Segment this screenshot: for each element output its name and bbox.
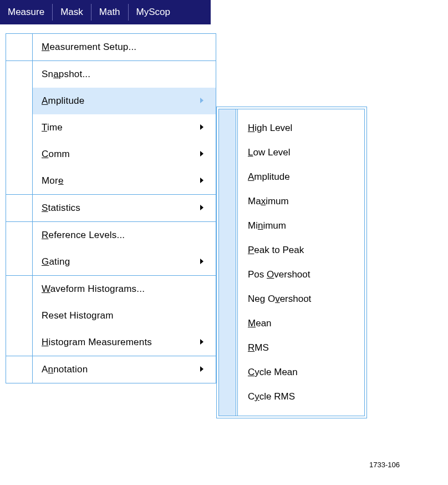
menu-indent bbox=[6, 88, 33, 114]
menu-amplitude[interactable]: Amplitude bbox=[6, 88, 216, 114]
menu-more[interactable]: More bbox=[6, 168, 216, 194]
menubar-myscope[interactable]: MyScop bbox=[129, 0, 178, 24]
menu-reference-levels-label: Reference Levels... bbox=[33, 230, 200, 241]
menu-snapshot[interactable]: Snapshot... bbox=[6, 61, 216, 88]
submenu-neg-overshoot[interactable]: Neg Overshoot bbox=[238, 287, 364, 311]
submenu-peak-to-peak[interactable]: Peak to Peak bbox=[238, 238, 364, 262]
menubar-math-label: Math bbox=[99, 7, 120, 18]
menu-gating[interactable]: Gating bbox=[6, 249, 216, 275]
menu-indent bbox=[6, 302, 33, 329]
menu-indent bbox=[6, 195, 33, 221]
menu-snapshot-label: Snapshot... bbox=[33, 69, 200, 80]
menubar: Measure Mask Math MyScop bbox=[0, 0, 211, 24]
menu-waveform-histograms-label: Waveform Histograms... bbox=[33, 284, 200, 295]
menubar-measure[interactable]: Measure bbox=[0, 0, 52, 24]
menu-gating-label: Gating bbox=[33, 256, 200, 267]
menu-measurement-setup-label: Measurement Setup... bbox=[33, 42, 200, 53]
menu-reset-histogram-label: Reset Histogram bbox=[33, 310, 200, 321]
submenu-arrow-icon bbox=[200, 150, 216, 158]
menubar-measure-label: Measure bbox=[8, 7, 44, 18]
menu-more-label: More bbox=[33, 175, 200, 186]
menu-indent bbox=[6, 222, 33, 249]
menu-comm[interactable]: Comm bbox=[6, 141, 216, 168]
measure-menu: Measurement Setup... Snapshot... Amplitu… bbox=[6, 33, 216, 383]
menu-comm-label: Comm bbox=[33, 149, 200, 160]
menu-time[interactable]: Time bbox=[6, 114, 216, 141]
submenu-maximum[interactable]: Maximum bbox=[238, 189, 364, 214]
menu-reference-levels[interactable]: Reference Levels... bbox=[6, 222, 216, 249]
menu-indent bbox=[6, 34, 33, 60]
menu-indent bbox=[6, 141, 33, 168]
submenu-rms[interactable]: RMS bbox=[238, 336, 364, 360]
submenu-minimum[interactable]: Minimum bbox=[238, 214, 364, 238]
menubar-mask-label: Mask bbox=[60, 7, 83, 18]
submenu-arrow-icon bbox=[200, 258, 216, 266]
menu-waveform-histograms[interactable]: Waveform Histograms... bbox=[6, 276, 216, 302]
submenu-pos-overshoot[interactable]: Pos Overshoot bbox=[238, 262, 364, 287]
menu-statistics-label: Statistics bbox=[33, 203, 200, 214]
submenu-arrow-icon bbox=[200, 97, 216, 105]
figure-reference: 1733-106 bbox=[369, 461, 400, 469]
menu-annotation-label: Annotation bbox=[33, 364, 200, 375]
amplitude-submenu: High Level Low Level Amplitude Maximum M… bbox=[216, 107, 367, 418]
menu-indent bbox=[6, 276, 33, 302]
submenu-high-level[interactable]: High Level bbox=[238, 116, 364, 140]
menu-measurement-setup[interactable]: Measurement Setup... bbox=[6, 34, 216, 60]
submenu-low-level[interactable]: Low Level bbox=[238, 140, 364, 165]
menubar-myscope-label: MyScop bbox=[136, 7, 170, 18]
menu-indent bbox=[6, 168, 33, 194]
menu-indent bbox=[6, 356, 33, 383]
submenu-arrow-icon bbox=[200, 366, 216, 373]
menu-reset-histogram[interactable]: Reset Histogram bbox=[6, 302, 216, 329]
menu-indent bbox=[6, 249, 33, 275]
submenu-arrow-icon bbox=[200, 339, 216, 346]
submenu-cycle-mean[interactable]: Cycle Mean bbox=[238, 360, 364, 385]
menu-histogram-measurements-label: Histogram Measurements bbox=[33, 337, 200, 348]
menu-indent bbox=[6, 61, 33, 88]
menu-annotation[interactable]: Annotation bbox=[6, 356, 216, 383]
submenu-arrow-icon bbox=[200, 204, 216, 212]
submenu-arrow-icon bbox=[200, 124, 216, 132]
menu-statistics[interactable]: Statistics bbox=[6, 195, 216, 221]
submenu-cycle-rms[interactable]: Cycle RMS bbox=[238, 385, 364, 409]
menu-time-label: Time bbox=[33, 122, 200, 133]
menu-indent bbox=[6, 114, 33, 141]
submenu-arrow-icon bbox=[200, 177, 216, 185]
submenu-amplitude[interactable]: Amplitude bbox=[238, 165, 364, 189]
menu-indent bbox=[6, 329, 33, 356]
menubar-math[interactable]: Math bbox=[91, 0, 128, 24]
menu-amplitude-label: Amplitude bbox=[33, 95, 200, 107]
submenu-stripe bbox=[219, 109, 236, 416]
submenu-mean[interactable]: Mean bbox=[238, 311, 364, 336]
menubar-mask[interactable]: Mask bbox=[53, 0, 91, 24]
menu-histogram-measurements[interactable]: Histogram Measurements bbox=[6, 329, 216, 356]
